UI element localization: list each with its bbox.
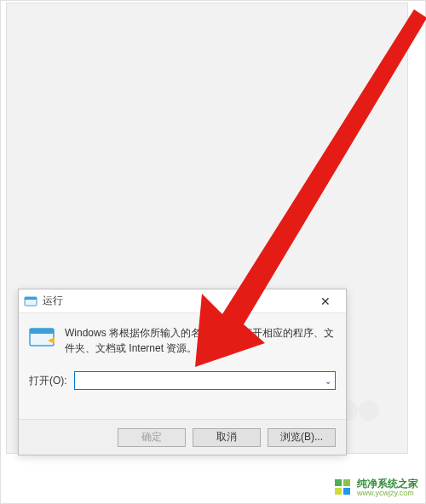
- browse-button[interactable]: 浏览(B)...: [268, 428, 336, 447]
- screenshot-frame: 运行 ✕ Windows 将根据你所输入的名称，为你打开相应的程序、文件夹、文档…: [0, 0, 426, 504]
- dialog-description: Windows 将根据你所输入的名称，为你打开相应的程序、文件夹、文档或 Int…: [65, 325, 336, 356]
- open-input-row: 打开(O): ⌄: [29, 371, 336, 390]
- description-row: Windows 将根据你所输入的名称，为你打开相应的程序、文件夹、文档或 Int…: [29, 325, 336, 356]
- titlebar: 运行 ✕: [19, 289, 346, 313]
- svg-rect-6: [30, 329, 54, 334]
- close-icon: ✕: [320, 295, 331, 308]
- cancel-button[interactable]: 取消: [193, 428, 261, 447]
- run-dialog-icon: [24, 295, 37, 308]
- open-label: 打开(O):: [29, 374, 67, 388]
- run-dialog: 运行 ✕ Windows 将根据你所输入的名称，为你打开相应的程序、文件夹、文档…: [18, 289, 347, 455]
- svg-rect-4: [25, 297, 37, 300]
- dialog-title: 运行: [43, 294, 308, 308]
- chevron-down-icon: ⌄: [325, 376, 331, 386]
- ok-button[interactable]: 确定: [118, 428, 186, 447]
- dialog-button-bar: 确定 取消 浏览(B)...: [19, 419, 346, 455]
- watermark-text: 纯净系统之家 www.ycwjzy.com: [357, 478, 418, 498]
- svg-point-2: [359, 400, 379, 421]
- watermark-logo-icon: [335, 479, 352, 496]
- open-combobox[interactable]: ⌄: [74, 371, 336, 390]
- watermark-url: www.ycwjzy.com: [357, 490, 418, 498]
- watermark: 纯净系统之家 www.ycwjzy.com: [335, 478, 418, 498]
- close-button[interactable]: ✕: [308, 289, 343, 313]
- dialog-body: Windows 将根据你所输入的名称，为你打开相应的程序、文件夹、文档或 Int…: [19, 313, 346, 390]
- run-large-icon: [29, 325, 56, 349]
